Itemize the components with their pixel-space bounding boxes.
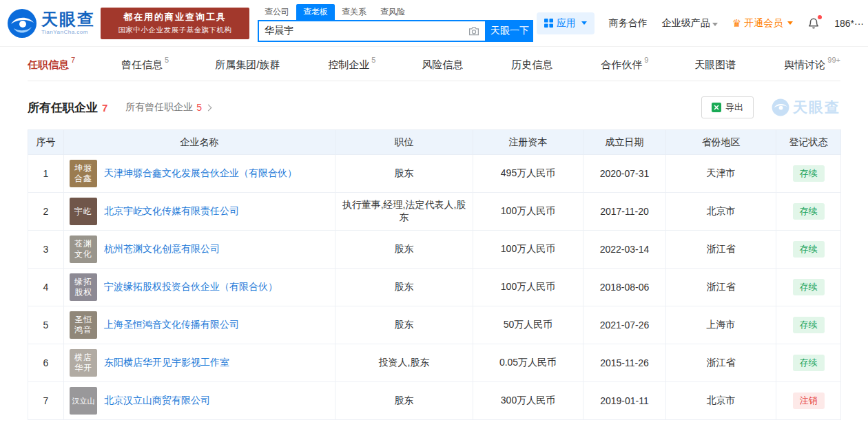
company-logo: 汉立山 bbox=[70, 387, 97, 415]
row-index: 3 bbox=[28, 231, 64, 269]
date-cell: 2019-01-11 bbox=[583, 382, 666, 420]
table-row: 3 苍渊文化 杭州苍渊文化创意有限公司 股东 100万人民币 2022-03-1… bbox=[28, 231, 841, 269]
position-cell: 股东 bbox=[335, 382, 473, 420]
company-logo: 坤塬合鑫 bbox=[70, 160, 97, 187]
company-logo: 圣恒鸿音 bbox=[70, 311, 97, 339]
tab-former-info[interactable]: 曾任信息5 bbox=[121, 59, 169, 72]
excel-icon bbox=[712, 103, 721, 112]
search-type-tabs: 查公司 查老板 查关系 查风险 bbox=[258, 4, 535, 20]
crown-icon: ♛ bbox=[732, 18, 741, 28]
date-cell: 2017-11-20 bbox=[583, 193, 666, 231]
status-badge: 存续 bbox=[793, 241, 825, 258]
company-link[interactable]: 天津坤塬合鑫文化发展合伙企业（有限合伙） bbox=[104, 167, 297, 180]
region-cell: 浙江省 bbox=[666, 269, 776, 306]
table-row: 7 汉立山 北京汉立山商贸有限公司 股东 300万人民币 2019-01-11 … bbox=[28, 382, 841, 420]
header-nav: 应用 商务合作 企业级产品 ♛ 开通会员 186*··· bbox=[537, 12, 868, 34]
status-badge: 存续 bbox=[793, 317, 825, 333]
capital-cell: 100万人民币 bbox=[473, 269, 583, 306]
company-link[interactable]: 北京汉立山商贸有限公司 bbox=[104, 395, 210, 407]
date-cell: 2021-07-26 bbox=[583, 306, 666, 344]
company-logo: 横店华开 bbox=[70, 349, 97, 377]
search-button[interactable]: 天眼一下 bbox=[486, 20, 533, 42]
profile-tabbar: 任职信息7 曾任信息5 所属集团/族群 控制企业5 风险信息 历史信息 合作伙伴… bbox=[28, 50, 840, 81]
tab-controlled-companies[interactable]: 控制企业5 bbox=[328, 59, 375, 72]
tab-risk-info[interactable]: 风险信息 bbox=[422, 59, 465, 72]
vip-membership-link[interactable]: ♛ 开通会员 bbox=[732, 17, 793, 30]
tab-graph[interactable]: 天眼图谱 bbox=[694, 59, 738, 72]
promo-banner: 都在用的商业查询工具 国家中小企业发展子基金旗下机构 bbox=[101, 8, 249, 39]
col-status: 登记状态 bbox=[776, 130, 841, 155]
section-title: 所有任职企业 bbox=[28, 100, 98, 116]
status-badge: 存续 bbox=[793, 203, 825, 220]
position-cell: 股东 bbox=[335, 231, 473, 269]
former-companies-link[interactable]: 所有曾任职企业 5 bbox=[125, 101, 211, 114]
tianyancha-logo[interactable]: 天眼查 TianYanCha.com bbox=[7, 8, 95, 39]
tab-group[interactable]: 所属集团/族群 bbox=[215, 59, 282, 72]
watermark-logo-icon bbox=[772, 98, 789, 116]
former-companies-label: 所有曾任职企业 bbox=[125, 101, 193, 114]
position-cell: 执行董事,经理,法定代表人,股东 bbox=[335, 193, 473, 231]
col-date: 成立日期 bbox=[583, 130, 666, 155]
watermark-text: 天眼查 bbox=[793, 98, 840, 117]
row-index: 1 bbox=[28, 155, 64, 193]
capital-cell: 495万人民币 bbox=[473, 155, 583, 193]
company-link[interactable]: 上海圣恒鸿音文化传播有限公司 bbox=[104, 319, 239, 331]
company-link[interactable]: 杭州苍渊文化创意有限公司 bbox=[104, 243, 220, 255]
col-index: 序号 bbox=[28, 130, 64, 155]
grid-icon bbox=[544, 19, 553, 28]
col-position: 职位 bbox=[335, 130, 473, 155]
tab-sentiment[interactable]: 舆情讨论99+ bbox=[784, 59, 840, 72]
search-tab-risk[interactable]: 查风险 bbox=[373, 4, 412, 20]
company-link[interactable]: 东阳横店华开见宇影视工作室 bbox=[104, 357, 229, 369]
table-row: 5 圣恒鸿音 上海圣恒鸿音文化传播有限公司 股东 50万人民币 2021-07-… bbox=[28, 306, 841, 344]
company-link[interactable]: 宁波缘拓股权投资合伙企业（有限合伙） bbox=[104, 281, 278, 293]
position-cell: 股东 bbox=[335, 155, 473, 193]
chevron-down-icon bbox=[712, 23, 718, 26]
capital-cell: 100万人民币 bbox=[473, 193, 583, 231]
banner-line2: 国家中小企业发展子基金旗下机构 bbox=[118, 25, 232, 35]
region-cell: 浙江省 bbox=[666, 344, 776, 382]
col-region: 省份地区 bbox=[666, 130, 776, 155]
capital-cell: 300万人民币 bbox=[473, 382, 583, 420]
search-area: 查公司 查老板 查关系 查风险 天眼一下 bbox=[258, 0, 535, 47]
table-row: 6 横店华开 东阳横店华开见宇影视工作室 投资人,股东 0.05万人民币 201… bbox=[28, 344, 841, 382]
company-logo: 苍渊文化 bbox=[70, 236, 97, 263]
col-capital: 注册资本 bbox=[473, 130, 583, 155]
search-tab-boss[interactable]: 查老板 bbox=[296, 4, 335, 20]
vip-label: 开通会员 bbox=[744, 17, 783, 30]
apps-menu[interactable]: 应用 bbox=[537, 12, 595, 34]
row-index: 6 bbox=[28, 344, 64, 382]
search-tab-company[interactable]: 查公司 bbox=[258, 4, 296, 20]
row-index: 5 bbox=[28, 306, 64, 344]
region-cell: 上海市 bbox=[666, 306, 776, 344]
region-cell: 北京市 bbox=[666, 382, 776, 420]
enterprise-products-link[interactable]: 企业级产品 bbox=[662, 17, 718, 30]
tab-career-info[interactable]: 任职信息7 bbox=[28, 59, 75, 72]
account-phone[interactable]: 186*··· bbox=[834, 18, 864, 29]
section-header: 所有任职企业 7 所有曾任职企业 5 导出 天眼查 bbox=[28, 96, 840, 118]
tab-partners[interactable]: 合作伙伴9 bbox=[601, 59, 648, 72]
notification-dot bbox=[818, 15, 822, 19]
top-header: 天眼查 TianYanCha.com 都在用的商业查询工具 国家中小企业发展子基… bbox=[0, 0, 868, 47]
date-cell: 2018-08-06 bbox=[583, 269, 666, 306]
region-cell: 浙江省 bbox=[666, 231, 776, 269]
tab-history-info[interactable]: 历史信息 bbox=[511, 59, 555, 72]
status-badge: 存续 bbox=[793, 165, 825, 182]
camera-icon[interactable] bbox=[468, 26, 479, 36]
search-input[interactable] bbox=[265, 25, 468, 36]
former-companies-count: 5 bbox=[196, 102, 202, 113]
banner-line1: 都在用的商业查询工具 bbox=[123, 11, 227, 23]
date-cell: 2020-07-31 bbox=[583, 155, 666, 193]
search-tab-relation[interactable]: 查关系 bbox=[335, 4, 373, 20]
chevron-down-icon bbox=[581, 21, 587, 25]
notification-bell[interactable] bbox=[807, 17, 820, 30]
export-button[interactable]: 导出 bbox=[701, 96, 754, 118]
tianyancha-logo-icon bbox=[7, 8, 37, 39]
row-index: 7 bbox=[28, 382, 64, 420]
position-cell: 股东 bbox=[335, 269, 473, 306]
col-company-name: 企业名称 bbox=[64, 130, 335, 155]
companies-table: 序号 企业名称 职位 注册资本 成立日期 省份地区 登记状态 1 坤塬合鑫 天津… bbox=[28, 129, 841, 420]
chevron-right-icon bbox=[205, 104, 212, 111]
company-link[interactable]: 北京宇屹文化传媒有限责任公司 bbox=[104, 205, 239, 218]
business-cooperation-link[interactable]: 商务合作 bbox=[609, 17, 648, 30]
